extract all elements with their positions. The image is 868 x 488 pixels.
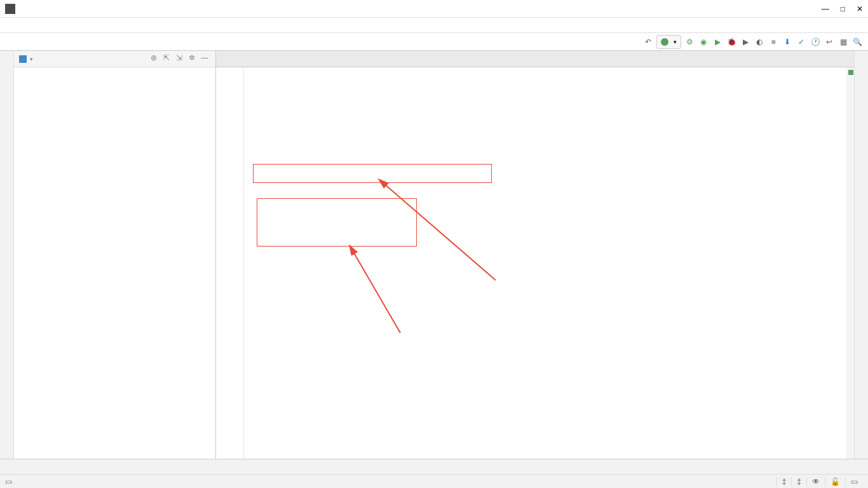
jrebel-icon[interactable]: ◉ xyxy=(696,35,710,49)
svg-line-1 xyxy=(349,245,400,333)
chevron-down-icon[interactable]: ▾ xyxy=(30,56,33,62)
run-icon[interactable]: ▶ xyxy=(710,35,724,49)
close-button[interactable]: ✕ xyxy=(857,4,863,13)
vcs-history-icon[interactable]: 🕐 xyxy=(808,35,822,49)
status-icon: ▭ xyxy=(5,477,12,486)
profile-icon[interactable]: ◐ xyxy=(752,35,766,49)
status-bar: ▭ ‡ ‡ 👁 🔓 ▭ xyxy=(0,474,868,488)
minimize-button[interactable]: — xyxy=(822,4,829,13)
collapse-icon[interactable]: ⇱ xyxy=(161,53,172,65)
scroll-from-source-icon[interactable]: ⊕ xyxy=(148,53,159,65)
project-tool-window: ▾ ⊕ ⇱ ⇲ ✲ — xyxy=(14,51,216,459)
expand-icon[interactable]: ⇲ xyxy=(173,53,185,65)
line-gutter xyxy=(216,67,244,459)
inspector-icon[interactable]: 👁 xyxy=(806,477,825,486)
encoding[interactable]: ‡ xyxy=(791,477,806,486)
editor-tabs xyxy=(216,51,854,67)
code-editor[interactable] xyxy=(254,67,846,459)
line-separator[interactable]: ‡ xyxy=(776,477,792,486)
maximize-button[interactable]: □ xyxy=(841,4,845,13)
stop-icon[interactable]: ■ xyxy=(766,35,780,49)
memory-icon[interactable]: ▭ xyxy=(845,477,863,486)
vcs-revert-icon[interactable]: ↩ xyxy=(822,35,836,49)
lock-icon[interactable]: 🔓 xyxy=(825,477,845,486)
right-tool-strip xyxy=(854,51,868,459)
build-icon[interactable]: ⚙ xyxy=(682,35,696,49)
debug-icon[interactable]: 🐞 xyxy=(724,35,738,49)
left-tool-strip xyxy=(0,51,14,459)
app-icon xyxy=(5,4,15,14)
annotation-box xyxy=(257,198,417,247)
bottom-tool-bar xyxy=(0,459,868,474)
vcs-update-icon[interactable]: ⬇ xyxy=(780,35,794,49)
menubar xyxy=(0,18,868,33)
search-icon[interactable]: 🔍 xyxy=(850,35,864,49)
navigation-bar: ↶ ▾ ⚙ ◉ ▶ 🐞 ▶ ◐ ■ ⬇ ✓ 🕐 ↩ ▦ 🔍 xyxy=(0,33,868,51)
back-icon[interactable]: ↶ xyxy=(641,35,655,49)
editor-area xyxy=(216,51,854,459)
titlebar: — □ ✕ xyxy=(0,0,868,18)
error-stripe[interactable] xyxy=(846,67,854,459)
project-tree[interactable] xyxy=(14,67,215,459)
gear-icon[interactable]: ✲ xyxy=(186,53,198,65)
hide-icon[interactable]: — xyxy=(199,53,210,65)
folder-icon xyxy=(19,55,27,63)
vcs-commit-icon[interactable]: ✓ xyxy=(794,35,808,49)
run-config-selector[interactable]: ▾ xyxy=(656,35,681,49)
annotation-box xyxy=(253,164,492,183)
coverage-icon[interactable]: ▶ xyxy=(738,35,752,49)
structure-icon[interactable]: ▦ xyxy=(836,35,850,49)
